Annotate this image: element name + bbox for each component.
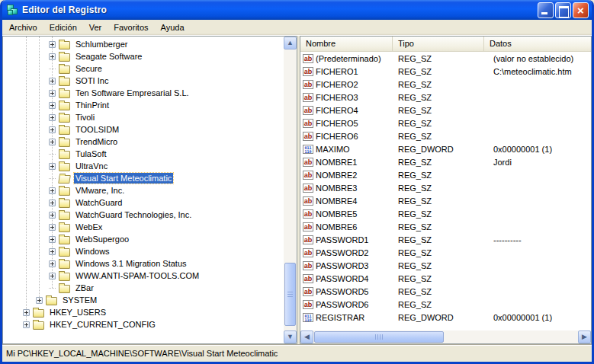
value-row[interactable]: PASSWORD1REG_SZ---------- [300, 233, 591, 246]
tree-item[interactable]: WWW.ANTI-SPAM-TOOLS.COM [3, 270, 284, 282]
menu-item-ayuda[interactable]: Ayuda [155, 21, 191, 35]
tree-item[interactable]: Windows 3.1 Migration Status [3, 257, 284, 270]
tree-item[interactable]: WebSupergoo [3, 233, 284, 245]
tree-item[interactable]: TOOLSIDM [3, 123, 284, 136]
expand-plus-icon[interactable] [49, 260, 56, 267]
value-type: REG_SZ [393, 300, 484, 309]
tree-item[interactable]: Schlumberger [3, 38, 284, 50]
value-type: REG_SZ [393, 80, 484, 89]
tree-item[interactable]: WebEx [3, 221, 284, 233]
folder-icon [59, 200, 70, 208]
expand-plus-icon[interactable] [49, 90, 56, 97]
tree-item[interactable]: Windows [3, 245, 284, 257]
scroll-right-arrow-icon[interactable]: ▶ [578, 330, 591, 343]
value-row[interactable]: PASSWORD2REG_SZ [300, 246, 591, 259]
minimize-button[interactable] [538, 2, 554, 18]
expand-plus-icon[interactable] [49, 41, 56, 48]
value-row[interactable]: REGISTRARREG_DWORD0x00000001 (1) [300, 311, 591, 324]
scroll-up-arrow-icon[interactable]: ▲ [284, 37, 297, 49]
tree-item[interactable]: UltraVnc [3, 160, 284, 172]
list-horizontal-scrollbar[interactable]: ◀ ▶ [300, 330, 591, 343]
tree-item[interactable]: SYSTEM [3, 294, 284, 306]
tree-item[interactable]: Tivoli [3, 111, 284, 123]
tree-item[interactable]: TrendMicro [3, 136, 284, 148]
column-header-datos[interactable]: Datos [484, 37, 591, 51]
value-row[interactable]: NOMBRE1REG_SZJordi [300, 155, 591, 168]
expand-plus-icon[interactable] [49, 163, 56, 170]
value-row[interactable]: NOMBRE3REG_SZ [300, 181, 591, 194]
value-row[interactable]: NOMBRE4REG_SZ [300, 194, 591, 207]
expand-plus-icon[interactable] [36, 297, 43, 304]
expand-plus-icon[interactable] [23, 321, 30, 328]
value-row[interactable]: FICHERO3REG_SZ [300, 91, 591, 104]
tree-vertical-scrollbar[interactable]: ▲ ▼ [284, 37, 297, 343]
scroll-down-arrow-icon[interactable]: ▼ [284, 330, 297, 343]
tree-item[interactable]: ZBar [3, 282, 284, 294]
value-row[interactable]: NOMBRE6REG_SZ [300, 220, 591, 233]
value-name: PASSWORD1 [316, 235, 368, 244]
tree-item[interactable]: ThinPrint [3, 99, 284, 111]
menu-item-edicin[interactable]: Edición [43, 21, 83, 35]
value-row[interactable]: FICHERO6REG_SZ [300, 129, 591, 142]
expand-plus-icon[interactable] [49, 200, 56, 206]
scroll-left-arrow-icon[interactable]: ◀ [300, 330, 313, 343]
close-button[interactable] [573, 2, 589, 18]
tree-connector [49, 69, 56, 69]
value-row[interactable]: MAXIMOREG_DWORD0x00000001 (1) [300, 142, 591, 155]
tree-item[interactable]: WatchGuard Technologies, Inc. [3, 209, 284, 221]
tree-item[interactable]: Visual Start Meteoclimatic [3, 172, 284, 184]
expand-plus-icon[interactable] [49, 114, 56, 121]
menu-item-favoritos[interactable]: Favoritos [108, 21, 154, 35]
value-row[interactable]: PASSWORD3REG_SZ [300, 259, 591, 272]
value-row[interactable]: FICHERO1REG_SZC:\meteoclimatic.htm [300, 65, 591, 78]
value-name-cell: PASSWORD4 [300, 274, 393, 283]
expand-plus-icon[interactable] [49, 102, 56, 109]
value-name: FICHERO5 [316, 119, 358, 128]
tree-item[interactable]: HKEY_CURRENT_CONFIG [3, 318, 284, 330]
expand-plus-icon[interactable] [49, 78, 56, 85]
tree-item[interactable]: SOTI Inc [3, 75, 284, 87]
expand-plus-icon[interactable] [49, 126, 56, 133]
expand-plus-icon[interactable] [49, 53, 56, 60]
value-data: Jordi [484, 158, 591, 167]
tree-item[interactable]: Secure [3, 62, 284, 75]
column-header-tipo[interactable]: Tipo [393, 37, 484, 51]
list-scrollbar-thumb[interactable] [314, 331, 444, 343]
expand-plus-icon[interactable] [49, 139, 56, 145]
value-name: (Predeterminado) [316, 54, 381, 63]
tree-item[interactable]: HKEY_USERS [3, 306, 284, 318]
value-name-cell: REGISTRAR [300, 313, 393, 322]
value-row[interactable]: NOMBRE5REG_SZ [300, 207, 591, 220]
value-row[interactable]: FICHERO2REG_SZ [300, 78, 591, 91]
folder-icon [33, 309, 44, 318]
value-row[interactable]: FICHERO4REG_SZ [300, 104, 591, 117]
tree-item-label: ThinPrint [74, 100, 111, 110]
tree-item-label: SOTI Inc [74, 75, 110, 86]
value-row[interactable]: PASSWORD5REG_SZ [300, 285, 591, 298]
folder-icon [59, 126, 70, 135]
expand-plus-icon[interactable] [49, 187, 56, 194]
menu-item-ver[interactable]: Ver [83, 21, 108, 35]
value-row[interactable]: PASSWORD6REG_SZ [300, 298, 591, 311]
expand-plus-icon[interactable] [49, 224, 56, 231]
expand-plus-icon[interactable] [49, 212, 56, 219]
tree-item[interactable]: TulaSoft [3, 148, 284, 160]
value-row[interactable]: NOMBRE2REG_SZ [300, 168, 591, 181]
tree-item[interactable]: Ten Software Empresarial S.L. [3, 87, 284, 99]
value-row[interactable]: FICHERO5REG_SZ [300, 117, 591, 129]
tree-item[interactable]: VMware, Inc. [3, 184, 284, 196]
tree-scrollbar-thumb[interactable] [284, 263, 296, 326]
tree-item[interactable]: Seagate Software [3, 50, 284, 62]
menu-item-archivo[interactable]: Archivo [3, 21, 43, 35]
tree-item-label: HKEY_CURRENT_CONFIG [48, 319, 157, 330]
expand-plus-icon[interactable] [49, 236, 56, 243]
maximize-button[interactable] [555, 2, 571, 18]
tree-item[interactable]: WatchGuard [3, 196, 284, 209]
title-bar[interactable]: Editor del Registro [2, 0, 592, 20]
expand-plus-icon[interactable] [49, 248, 56, 255]
expand-plus-icon[interactable] [23, 309, 30, 316]
expand-plus-icon[interactable] [49, 273, 56, 279]
value-row[interactable]: (Predeterminado)REG_SZ(valor no establec… [300, 52, 591, 65]
column-header-nombre[interactable]: Nombre [300, 37, 393, 51]
value-row[interactable]: PASSWORD4REG_SZ [300, 272, 591, 285]
